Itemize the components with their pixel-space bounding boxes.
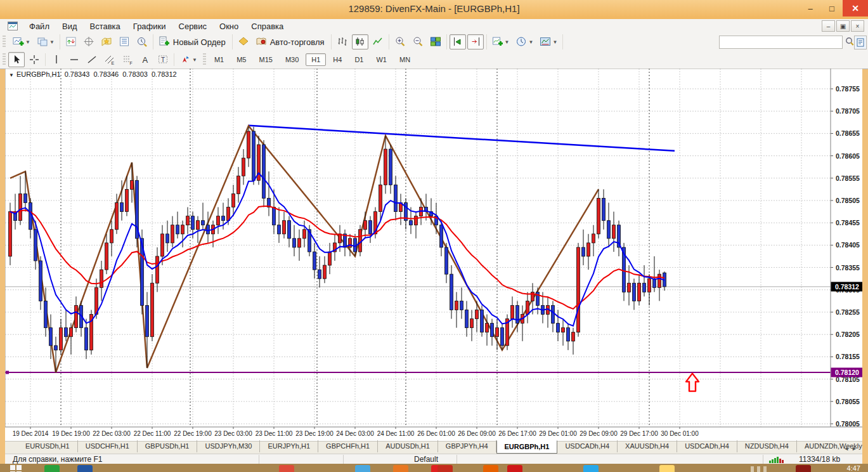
menu-файл[interactable]: Файл	[23, 20, 56, 32]
search-icon[interactable]	[845, 37, 854, 47]
templates-button[interactable]: ▼	[537, 34, 560, 49]
cursor-button[interactable]	[8, 52, 25, 67]
status-profile[interactable]: Default	[414, 455, 438, 464]
menu-графики[interactable]: Графики	[127, 20, 172, 32]
editor-button[interactable]	[235, 34, 252, 49]
browser-red-icon[interactable]	[507, 465, 522, 472]
dropdown-arrow-icon[interactable]: ▼	[552, 39, 557, 45]
title-bar[interactable]: 129859: DivenFX-Main - [EURGBPh,H1] – □ …	[0, 0, 868, 19]
toolbar-grip[interactable]	[203, 53, 206, 66]
textlabel-button[interactable]: T	[155, 52, 171, 67]
autotrade-button[interactable]: Авто-торговля	[253, 34, 328, 49]
dropdown-arrow-icon[interactable]: ▼	[49, 39, 55, 45]
timeframe-h4[interactable]: H4	[327, 53, 347, 66]
chart-tab-nzdusdh[interactable]: NZDUSDh,H4	[737, 440, 797, 452]
timeframe-m15[interactable]: M15	[253, 53, 278, 66]
app-orange-icon[interactable]	[393, 465, 408, 472]
datawindow-button[interactable]	[81, 34, 97, 49]
menu-окно[interactable]: Окно	[213, 20, 245, 32]
chart-tab-usdcadh[interactable]: USDCADh,H4	[557, 440, 618, 452]
timeframe-m30[interactable]: M30	[280, 53, 304, 66]
hline-button[interactable]	[66, 52, 82, 67]
periods-button[interactable]: ▼	[513, 34, 536, 49]
crosshair-button[interactable]	[26, 52, 42, 67]
chart-tab-eurjpyh[interactable]: EURJPYh,H1	[260, 440, 318, 452]
search-help-button[interactable]	[854, 36, 867, 49]
toolbar-grip[interactable]	[3, 36, 6, 48]
indicators-button[interactable]: ▼	[489, 34, 512, 49]
dropdown-arrow-icon[interactable]: ▼	[25, 39, 30, 45]
zoomout-button[interactable]	[410, 34, 426, 49]
dropdown-arrow-icon[interactable]: ▼	[192, 57, 197, 63]
tab-scroll-arrows[interactable]: ◄►	[843, 445, 860, 452]
start-button[interactable]	[10, 465, 22, 472]
timeframe-h1[interactable]: H1	[306, 53, 326, 66]
windows-taskbar[interactable]: 4:47	[0, 464, 868, 472]
skype-icon[interactable]	[583, 465, 599, 472]
chrome-icon[interactable]	[279, 465, 294, 472]
menu-справка[interactable]: Справка	[245, 20, 290, 32]
collapse-triangle-icon[interactable]: ▼	[9, 72, 14, 78]
timeframe-m1[interactable]: M1	[209, 53, 230, 66]
tester-button[interactable]	[134, 34, 150, 49]
chart-tab-usdcadh[interactable]: USDCADh,H4	[677, 440, 737, 452]
chart-tab-gbpjpyh[interactable]: GBPJPYh,H4	[438, 440, 496, 452]
chart-restore-button[interactable]: ▣	[836, 20, 850, 32]
toolbar-grip[interactable]	[3, 53, 6, 66]
explorer-icon[interactable]	[659, 465, 675, 472]
shift-button[interactable]	[467, 34, 484, 49]
chart-tab-audusdh[interactable]: AUDUSDh,H1	[378, 440, 438, 452]
navigator-button[interactable]	[98, 34, 115, 49]
chart-tab-gbpusdh[interactable]: GBPUSDh,H1	[138, 440, 198, 452]
texta-button[interactable]: A	[137, 52, 153, 67]
timeframe-w1[interactable]: W1	[370, 53, 392, 66]
menu-вставка[interactable]: Вставка	[84, 20, 127, 32]
linechart-button[interactable]	[370, 34, 386, 49]
app-darkred-icon[interactable]	[796, 465, 811, 472]
menu-вид[interactable]: Вид	[56, 20, 84, 32]
arrows-button[interactable]: ▼	[177, 52, 200, 67]
chart-close-button[interactable]: ×	[851, 20, 864, 32]
app-green-icon[interactable]	[44, 465, 60, 472]
vline-button[interactable]	[48, 52, 65, 67]
window-maximize-button[interactable]: □	[821, 0, 843, 16]
time-axis-label: 23 Dec 19:00	[295, 430, 334, 437]
dropdown-arrow-icon[interactable]: ▼	[528, 39, 533, 45]
price-chart[interactable]: 0.787550.787050.786550.786050.785550.785…	[5, 69, 862, 441]
dropdown-arrow-icon[interactable]: ▼	[505, 39, 510, 45]
candles-button[interactable]	[352, 34, 368, 49]
neworder-button[interactable]: Новый Ордер	[156, 34, 230, 49]
menu-сервис[interactable]: Сервис	[172, 20, 214, 32]
newchart-button[interactable]: ▼	[10, 34, 33, 49]
timeframe-mn[interactable]: MN	[394, 53, 416, 66]
terminal-button[interactable]	[116, 34, 133, 49]
gear-red-icon[interactable]	[437, 465, 453, 472]
channel-button[interactable]: E	[101, 52, 118, 67]
chart-tab-eurgbph[interactable]: EURGBPh,H1	[496, 440, 558, 454]
trendline-button[interactable]	[84, 52, 100, 67]
marketwatch-button[interactable]	[63, 34, 79, 49]
zoomin-button[interactable]	[392, 34, 408, 49]
chart-tab-usdjpyh[interactable]: USDJPYh,M30	[197, 440, 260, 452]
profiles-button[interactable]: ▼	[34, 34, 57, 49]
timeframe-m5[interactable]: M5	[231, 53, 252, 66]
bars-button[interactable]	[334, 34, 351, 49]
timeframe-d1[interactable]: D1	[349, 53, 369, 66]
window-close-button[interactable]: ✕	[843, 0, 868, 16]
chart-tab-gbpchfh[interactable]: GBPCHFh,H1	[318, 440, 378, 452]
chart-area[interactable]: 0.787550.787050.786550.786050.785550.785…	[5, 69, 862, 441]
firefox-icon[interactable]	[483, 465, 498, 472]
window-minimize-button[interactable]: –	[800, 0, 821, 16]
autoscroll-button[interactable]	[450, 34, 466, 49]
up-arrow-annotation[interactable]	[686, 374, 699, 391]
svg-text:E: E	[112, 61, 115, 65]
tile-button[interactable]	[427, 34, 444, 49]
search-input[interactable]	[719, 36, 843, 49]
app-blue-icon[interactable]	[77, 465, 93, 472]
chart-tab-usdchfh[interactable]: USDCHFh,H1	[78, 440, 138, 452]
chart-minimize-button[interactable]: –	[822, 20, 835, 32]
chart-tab-eurusdh[interactable]: EURUSDh,H1	[18, 440, 78, 452]
app-lightblue-icon[interactable]	[355, 465, 370, 472]
fibo-button[interactable]: F	[119, 52, 136, 67]
chart-tab-xauusdh[interactable]: XAUUSDh,H4	[618, 440, 677, 452]
